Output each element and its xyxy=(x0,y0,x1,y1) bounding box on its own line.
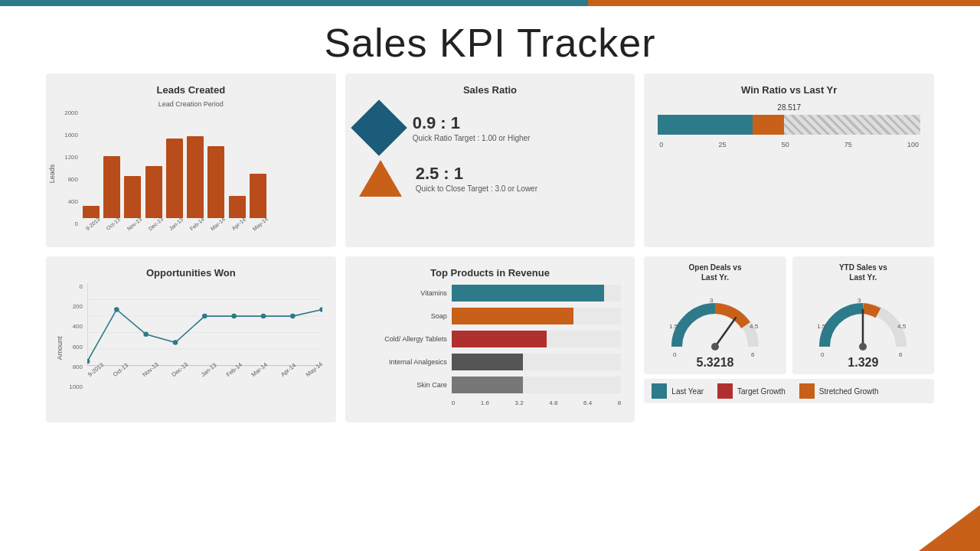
diamond-icon xyxy=(351,99,407,156)
hbar-label: Cold/ Allergy Tablets xyxy=(359,335,447,343)
y-axis-label: Leads xyxy=(48,165,56,184)
top-products-card: Top Products in Revenue VitaminsSoapCold… xyxy=(345,256,635,422)
svg-text:Oct-13: Oct-13 xyxy=(112,362,129,378)
svg-text:3: 3 xyxy=(710,297,714,304)
bar xyxy=(145,166,162,218)
win-ratio-title: Win Ratio vs Last Yr xyxy=(658,84,920,96)
bar xyxy=(250,174,266,219)
bar-column: 9-2013 xyxy=(83,206,100,227)
win-axis-50: 50 xyxy=(782,141,789,148)
svg-point-14 xyxy=(319,307,322,311)
hbar-label: Soap xyxy=(359,312,447,320)
svg-point-13 xyxy=(290,314,296,318)
bar-subtitle: Lead Creation Period xyxy=(60,100,322,108)
bar xyxy=(103,156,120,218)
svg-text:Jan-13: Jan-13 xyxy=(200,361,218,378)
win-ratio-bar-label: 28.517 xyxy=(658,103,920,112)
ratio-desc-2: Quick to Close Target : 3.0 or Lower xyxy=(416,184,622,194)
bar-column: Feb-14 xyxy=(187,136,204,227)
win-ratio-card: Win Ratio vs Last Yr 28.517 0 25 50 75 1… xyxy=(644,73,934,247)
bar xyxy=(207,146,224,218)
hbar-row: Soap xyxy=(359,308,622,324)
hbar-fill xyxy=(452,285,605,302)
ytd-sales-title: YTD Sales vsLast Yr. xyxy=(800,262,926,282)
svg-text:4.5: 4.5 xyxy=(750,323,759,330)
bar xyxy=(229,196,246,218)
bar-x-label: Feb-14 xyxy=(189,217,205,232)
bar-column: Dec-13 xyxy=(145,166,163,227)
hbar-label: Internal Analgesics xyxy=(359,358,447,366)
y-tick: 1600 xyxy=(60,132,81,139)
bar-x-label: 9-2013 xyxy=(85,217,101,231)
triangle-icon xyxy=(359,160,402,197)
gauges-top: Open Deals vsLast Yr. 0 1. xyxy=(644,256,934,374)
bar-column: Mar-14 xyxy=(207,146,224,227)
win-axis-75: 75 xyxy=(844,141,852,148)
svg-point-9 xyxy=(173,340,178,344)
open-deals-gauge: Open Deals vsLast Yr. 0 1. xyxy=(644,256,786,374)
svg-point-25 xyxy=(711,343,719,350)
y-tick: 800 xyxy=(60,176,81,183)
ratio-text-2: 2.5 : 1 Quick to Close Target : 3.0 or L… xyxy=(416,164,622,194)
y-tick: 0 xyxy=(60,220,81,227)
leads-created-card: Leads Created Lead Creation Period Leads… xyxy=(46,73,336,247)
svg-text:Feb-14: Feb-14 xyxy=(225,361,243,378)
bar-chart-inner: Leads 0 400 800 1200 1600 2000 9-2013Oct… xyxy=(60,109,322,238)
ratio-value-1: 0.9 : 1 xyxy=(413,113,622,133)
bars-container: 9-2013Oct-13Nov-13Dec-13Jan-13Feb-14Mar-… xyxy=(83,109,322,227)
win-axis: 0 25 50 75 100 xyxy=(658,141,920,148)
legend-swatch-orange xyxy=(799,383,815,399)
bar-x-label: May-14 xyxy=(251,216,268,231)
hbar-axis: 0 1.6 3.2 4.8 6.4 8 xyxy=(452,399,622,406)
svg-text:3: 3 xyxy=(858,297,861,304)
legend-area: Last Year Target Growth Stretched Growth xyxy=(644,379,934,403)
bar xyxy=(187,136,204,218)
bar-column: Jan-13 xyxy=(166,139,183,227)
ratio-text-1: 0.9 : 1 Quick Ratio Target : 1.00 or Hig… xyxy=(413,113,622,143)
line-chart-area: Amount 1000 800 600 400 200 0 xyxy=(60,283,322,413)
svg-point-8 xyxy=(143,332,149,337)
win-axis-25: 25 xyxy=(718,141,726,148)
hbar-label: Vitamins xyxy=(359,289,447,297)
y-tick: 2000 xyxy=(60,109,81,116)
win-bar-hatch xyxy=(784,115,920,135)
hbar-fill xyxy=(452,308,574,324)
line-chart-svg: 9-2013 Oct-13 Nov-13 Dec-13 Jan-13 Feb-1… xyxy=(87,283,322,390)
hbar-row: Internal Analgesics xyxy=(359,354,622,370)
open-deals-title: Open Deals vsLast Yr. xyxy=(652,262,778,282)
opps-won-title: Opportunities Won xyxy=(60,267,322,279)
bar-column: Nov-13 xyxy=(124,176,142,227)
svg-text:May-14: May-14 xyxy=(305,360,322,378)
hbar-track xyxy=(452,285,622,302)
opps-won-card: Opportunities Won Amount 1000 800 600 40… xyxy=(46,256,336,422)
bar-x-label: Dec-13 xyxy=(147,217,164,232)
bar-x-label: Apr-14 xyxy=(230,217,247,231)
top-products-title: Top Products in Revenue xyxy=(359,267,622,279)
y-tick: 400 xyxy=(60,198,81,205)
svg-text:1.5: 1.5 xyxy=(817,323,826,330)
svg-text:Mar-14: Mar-14 xyxy=(250,361,269,378)
legend-swatch-teal xyxy=(652,383,667,399)
svg-text:6: 6 xyxy=(899,351,903,358)
svg-text:0: 0 xyxy=(821,351,825,358)
hbar-row: Skin Care xyxy=(359,377,622,393)
hbar-track xyxy=(452,331,622,347)
svg-text:Nov-13: Nov-13 xyxy=(141,361,160,378)
leads-bar-chart: Lead Creation Period Leads 0 400 800 120… xyxy=(60,100,322,238)
y-tick: 1200 xyxy=(60,154,81,161)
bar-x-label: Jan-13 xyxy=(168,217,185,231)
svg-point-10 xyxy=(202,314,207,318)
hbar-chart: VitaminsSoapCold/ Allergy TabletsInterna… xyxy=(359,285,622,393)
bar-x-label: Nov-13 xyxy=(126,217,143,232)
page-title: Sales KPI Tracker xyxy=(0,6,980,73)
bar-column: May-14 xyxy=(250,174,267,228)
ytd-sales-gauge: YTD Sales vsLast Yr. 0 1.5 3 xyxy=(792,256,934,374)
hbar-track xyxy=(452,308,622,324)
sales-ratio-card: Sales Ratio 0.9 : 1 Quick Ratio Target :… xyxy=(345,73,635,247)
legend-label-target: Target Growth xyxy=(737,387,786,396)
ratio-row-1: 0.9 : 1 Quick Ratio Target : 1.00 or Hig… xyxy=(359,108,622,148)
svg-text:6: 6 xyxy=(751,351,755,358)
win-axis-100: 100 xyxy=(907,141,919,148)
legend-item-target: Target Growth xyxy=(717,383,786,399)
ytd-sales-svg: 0 1.5 3 4.5 6 xyxy=(813,285,913,362)
